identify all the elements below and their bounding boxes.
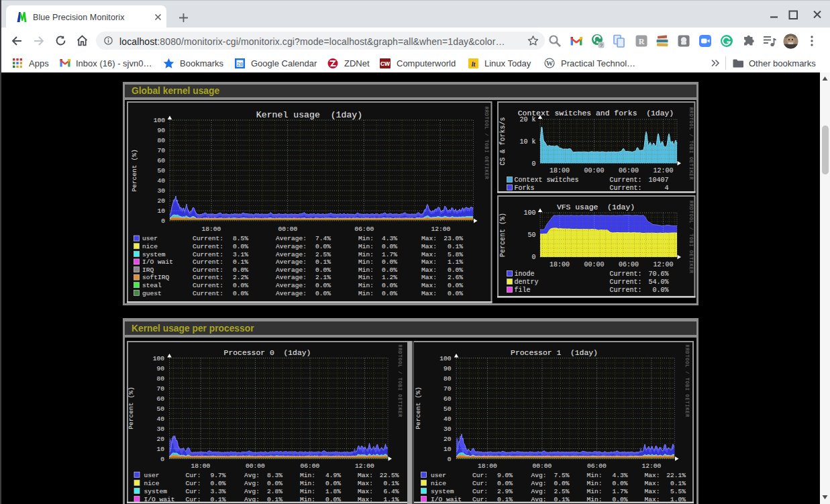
svg-text:4.3%: 4.3% bbox=[382, 235, 397, 242]
svg-text:30: 30 bbox=[157, 187, 165, 195]
svg-text:1.8%: 1.8% bbox=[325, 488, 341, 495]
svg-text:0.0%: 0.0% bbox=[448, 266, 463, 274]
svg-text:Min:: Min: bbox=[587, 480, 603, 487]
svg-text:user: user bbox=[144, 472, 160, 479]
svg-text:10: 10 bbox=[157, 207, 165, 215]
svg-text:Min:: Min: bbox=[358, 282, 374, 289]
svg-text:nice: nice bbox=[431, 480, 446, 487]
svg-text:80: 80 bbox=[156, 375, 164, 383]
svg-text:0.1%: 0.1% bbox=[670, 480, 686, 487]
svg-text:Kernel usage (1day): Kernel usage (1day) bbox=[256, 110, 362, 120]
svg-text:Processor 0 (1day): Processor 0 (1day) bbox=[224, 349, 311, 357]
svg-text:?: ? bbox=[600, 42, 603, 48]
svg-text:Current:: Current: bbox=[193, 243, 223, 250]
svg-text:60: 60 bbox=[157, 157, 165, 164]
svg-text:Avg:: Avg: bbox=[531, 488, 547, 495]
svg-text:Max:: Max: bbox=[421, 235, 437, 242]
svg-text:Max:: Max: bbox=[358, 472, 373, 479]
svg-text:40: 40 bbox=[156, 415, 164, 423]
svg-text:18:00: 18:00 bbox=[478, 462, 497, 470]
svg-text:Max:: Max: bbox=[358, 480, 373, 487]
svg-text:23.0%: 23.0% bbox=[444, 235, 463, 242]
svg-text:0.0%: 0.0% bbox=[325, 480, 341, 487]
svg-text:2.5%: 2.5% bbox=[554, 488, 569, 495]
svg-text:10 k: 10 k bbox=[519, 138, 535, 146]
svg-text:0.0%: 0.0% bbox=[382, 282, 397, 289]
svg-text:00:00: 00:00 bbox=[533, 462, 552, 470]
svg-text:40: 40 bbox=[444, 415, 452, 423]
svg-text:Max:: Max: bbox=[358, 488, 373, 495]
svg-text:0.0%: 0.0% bbox=[233, 282, 248, 289]
svg-text:Average:: Average: bbox=[276, 282, 307, 289]
svg-text:Current:: Current: bbox=[193, 251, 223, 258]
svg-text:6.4%: 6.4% bbox=[383, 488, 399, 495]
svg-text:80: 80 bbox=[157, 137, 165, 144]
svg-text:Min:: Min: bbox=[300, 472, 315, 479]
svg-text:0.0%: 0.0% bbox=[652, 287, 668, 294]
svg-text:CW: CW bbox=[380, 60, 391, 67]
svg-text:Average:: Average: bbox=[276, 266, 307, 274]
svg-text:1.7%: 1.7% bbox=[612, 488, 627, 495]
svg-text:user: user bbox=[431, 472, 446, 479]
svg-text:0.0%: 0.0% bbox=[325, 496, 341, 503]
svg-text:Processor 1 (1day): Processor 1 (1day) bbox=[511, 349, 598, 357]
svg-text:softIRQ: softIRQ bbox=[142, 274, 170, 281]
svg-text:Max:: Max: bbox=[645, 496, 660, 503]
svg-text:70: 70 bbox=[444, 385, 452, 393]
svg-text:0: 0 bbox=[531, 160, 535, 168]
svg-text:0.1%: 0.1% bbox=[554, 496, 569, 503]
svg-text:0.1%: 0.1% bbox=[210, 496, 225, 503]
svg-text:Current:: Current: bbox=[193, 282, 223, 289]
svg-text:2.8%: 2.8% bbox=[267, 488, 282, 495]
svg-text:file: file bbox=[515, 287, 531, 294]
svg-text:Average:: Average: bbox=[276, 258, 307, 266]
svg-text:Context switches: Context switches bbox=[515, 177, 579, 184]
svg-text:00:00: 00:00 bbox=[246, 462, 265, 470]
svg-text:0: 0 bbox=[160, 456, 164, 463]
svg-text:3.3%: 3.3% bbox=[210, 488, 225, 495]
svg-text:2.5%: 2.5% bbox=[315, 251, 331, 258]
svg-text:Max:: Max: bbox=[421, 243, 437, 250]
svg-text:1.7%: 1.7% bbox=[382, 251, 397, 258]
svg-text:90: 90 bbox=[157, 127, 165, 134]
svg-text:9.0%: 9.0% bbox=[497, 472, 513, 479]
svg-text:Min:: Min: bbox=[300, 488, 315, 495]
svg-text:18:00: 18:00 bbox=[202, 225, 221, 233]
svg-text:Current:: Current: bbox=[610, 270, 642, 278]
svg-text:Percent (%): Percent (%) bbox=[127, 387, 135, 429]
svg-text:06:00: 06:00 bbox=[587, 462, 607, 470]
svg-text:Max:: Max: bbox=[421, 251, 437, 258]
svg-text:12:00: 12:00 bbox=[653, 167, 673, 174]
svg-text:0.1%: 0.1% bbox=[267, 496, 282, 503]
svg-text:06:00: 06:00 bbox=[301, 462, 320, 470]
svg-text:RRDTOOL / TOBI OETIKER: RRDTOOL / TOBI OETIKER bbox=[688, 201, 694, 274]
svg-text:18:00: 18:00 bbox=[191, 462, 211, 470]
svg-text:RRDTOOL / TOBI OETIKER: RRDTOOL / TOBI OETIKER bbox=[484, 107, 489, 180]
svg-text:Current:: Current: bbox=[610, 287, 642, 294]
svg-text:22.1%: 22.1% bbox=[666, 472, 686, 479]
svg-text:100: 100 bbox=[523, 209, 535, 217]
svg-text:0.0%: 0.0% bbox=[233, 266, 248, 274]
svg-text:100: 100 bbox=[153, 355, 165, 362]
svg-text:0.0%: 0.0% bbox=[233, 243, 248, 250]
svg-text:Cur:: Cur: bbox=[186, 496, 201, 503]
svg-text:100: 100 bbox=[154, 117, 166, 124]
svg-text:0.0%: 0.0% bbox=[554, 480, 569, 487]
svg-text:0: 0 bbox=[448, 456, 452, 463]
svg-text:I/O wait: I/O wait bbox=[431, 496, 462, 503]
svg-text:Context switches and forks (1: Context switches and forks (1day) bbox=[518, 109, 674, 117]
svg-text:Min:: Min: bbox=[587, 496, 603, 503]
svg-text:Current:: Current: bbox=[193, 266, 223, 274]
svg-text:system: system bbox=[431, 488, 454, 495]
svg-text:18:00: 18:00 bbox=[550, 261, 570, 268]
svg-text:CS & forks/s: CS & forks/s bbox=[499, 117, 507, 165]
svg-text:20: 20 bbox=[157, 197, 165, 205]
svg-text:Max:: Max: bbox=[645, 488, 660, 495]
svg-text:70.6%: 70.6% bbox=[648, 270, 668, 278]
svg-text:Cur:: Cur: bbox=[186, 472, 201, 479]
svg-text:2.1%: 2.1% bbox=[315, 274, 331, 281]
svg-text:0.0%: 0.0% bbox=[315, 266, 331, 274]
svg-text:0.0%: 0.0% bbox=[210, 480, 225, 487]
svg-text:Min:: Min: bbox=[300, 496, 315, 503]
svg-text:8.3%: 8.3% bbox=[267, 472, 282, 479]
